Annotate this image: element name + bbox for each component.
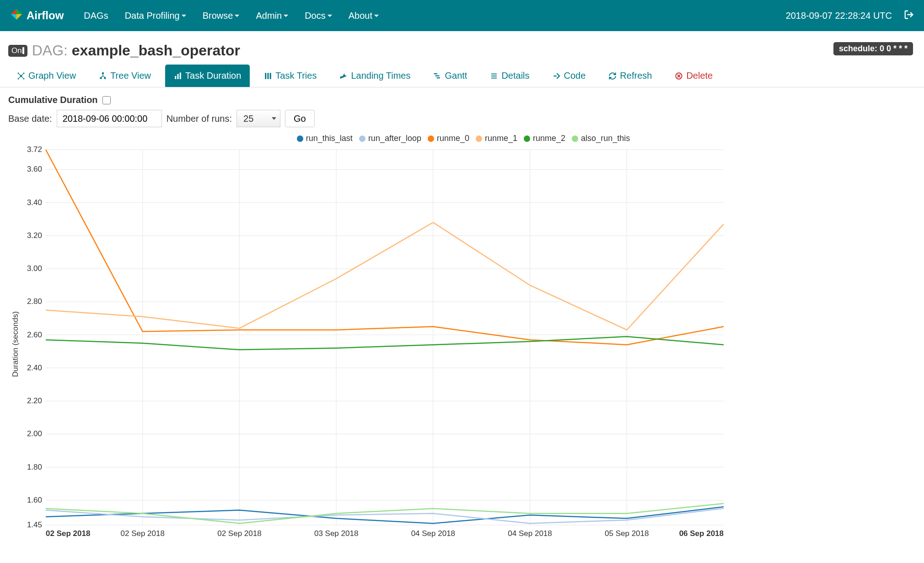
- svg-rect-18: [270, 73, 271, 79]
- tab-task-duration[interactable]: Task Duration: [165, 65, 250, 87]
- nav-browse[interactable]: Browse: [194, 11, 248, 21]
- tab-tree-view[interactable]: Tree View: [90, 65, 160, 87]
- tree-view-icon: [99, 72, 107, 80]
- tab-delete[interactable]: Delete: [666, 65, 721, 87]
- num-runs-label: Number of runs:: [167, 114, 232, 124]
- tab-task-tries[interactable]: Task Tries: [255, 65, 325, 87]
- tab-label: Task Duration: [185, 70, 241, 81]
- legend-dot-icon: [297, 135, 303, 142]
- svg-text:03 Sep 2018: 03 Sep 2018: [314, 529, 358, 538]
- num-runs-select[interactable]: 25: [236, 110, 280, 127]
- num-runs-value: 25: [243, 114, 253, 124]
- go-button[interactable]: Go: [285, 110, 315, 127]
- chart-box: Duration (seconds) 1.451.601.802.002.202…: [13, 145, 914, 543]
- nav-docs[interactable]: Docs: [296, 11, 340, 21]
- legend-item-runme_1[interactable]: runme_1: [476, 134, 517, 143]
- task-duration-chart[interactable]: 1.451.601.802.002.202.402.602.803.003.20…: [13, 145, 742, 543]
- logout-icon[interactable]: [904, 10, 914, 22]
- legend-dot-icon: [476, 135, 482, 142]
- y-axis-title: Duration (seconds): [11, 311, 20, 377]
- legend-item-run_after_loop[interactable]: run_after_loop: [359, 134, 421, 143]
- legend-dot-icon: [572, 135, 578, 142]
- svg-text:3.40: 3.40: [27, 198, 42, 207]
- navbar-right: 2018-09-07 22:28:24 UTC: [786, 10, 914, 22]
- chevron-down-icon: [272, 117, 276, 120]
- tab-refresh[interactable]: Refresh: [600, 65, 661, 87]
- chart-area: run_this_lastrun_after_looprunme_0runme_…: [0, 131, 924, 548]
- svg-rect-17: [268, 73, 269, 79]
- dag-name: example_bash_operator: [72, 42, 240, 59]
- page-header: On DAG: example_bash_operator schedule: …: [0, 31, 924, 65]
- svg-rect-20: [435, 75, 440, 76]
- legend-label: runme_1: [485, 134, 517, 143]
- svg-text:1.60: 1.60: [27, 496, 42, 504]
- svg-rect-15: [180, 72, 181, 79]
- toggle-label: On: [11, 46, 22, 55]
- svg-text:04 Sep 2018: 04 Sep 2018: [411, 529, 455, 538]
- nav-admin[interactable]: Admin: [247, 11, 296, 21]
- brand[interactable]: Airflow: [10, 8, 64, 23]
- nav-dags[interactable]: DAGs: [75, 11, 116, 21]
- svg-rect-21: [437, 77, 441, 78]
- tab-label: Details: [501, 70, 529, 81]
- tab-label: Refresh: [620, 70, 652, 81]
- delete-icon: [675, 72, 683, 80]
- nav-data-profiling[interactable]: Data Profiling: [117, 11, 194, 21]
- base-date-input[interactable]: [57, 110, 162, 127]
- dag-title: DAG: example_bash_operator: [32, 42, 240, 59]
- legend-dot-icon: [524, 135, 530, 142]
- svg-rect-14: [177, 74, 179, 79]
- svg-rect-19: [434, 73, 438, 74]
- dag-on-toggle[interactable]: On: [8, 45, 27, 57]
- airflow-logo-icon: [10, 8, 23, 23]
- details-icon: [490, 72, 498, 80]
- nav-about[interactable]: About: [340, 11, 387, 21]
- task-duration-icon: [174, 72, 182, 80]
- svg-text:1.80: 1.80: [27, 463, 42, 471]
- tab-label: Delete: [686, 70, 713, 81]
- tab-gantt[interactable]: Gantt: [424, 65, 476, 87]
- tab-label: Gantt: [445, 70, 467, 81]
- svg-text:02 Sep 2018: 02 Sep 2018: [46, 529, 90, 538]
- svg-text:02 Sep 2018: 02 Sep 2018: [217, 529, 261, 538]
- legend-item-runme_0[interactable]: runme_0: [428, 134, 469, 143]
- tab-label: Graph View: [28, 70, 76, 81]
- chevron-down-icon: [328, 15, 332, 17]
- legend-label: also_run_this: [581, 134, 630, 143]
- svg-line-6: [19, 74, 21, 75]
- tab-landing-times[interactable]: Landing Times: [331, 65, 419, 87]
- toggle-knob-icon: [22, 47, 24, 54]
- cumulative-label: Cumulative Duration: [8, 95, 98, 105]
- cumulative-checkbox[interactable]: [102, 96, 111, 104]
- tab-graph-view[interactable]: Graph View: [8, 65, 85, 87]
- tab-code[interactable]: Code: [544, 65, 595, 87]
- legend-label: run_after_loop: [368, 134, 421, 143]
- legend-item-also_run_this[interactable]: also_run_this: [572, 134, 630, 143]
- clock: 2018-09-07 22:28:24 UTC: [786, 11, 892, 21]
- legend-item-run_this_last[interactable]: run_this_last: [297, 134, 353, 143]
- svg-line-8: [19, 76, 21, 78]
- controls: Cumulative Duration Base date: Number of…: [0, 87, 924, 131]
- code-icon: [553, 72, 561, 80]
- chart-legend: run_this_lastrun_after_looprunme_0runme_…: [13, 134, 914, 143]
- svg-point-10: [102, 72, 104, 74]
- graph-view-icon: [17, 72, 25, 80]
- base-date-label: Base date:: [8, 114, 52, 124]
- svg-text:3.00: 3.00: [27, 264, 42, 273]
- top-navbar: Airflow DAGsData ProfilingBrowseAdminDoc…: [0, 0, 924, 31]
- svg-line-9: [22, 76, 23, 78]
- landing-times-icon: [339, 72, 348, 80]
- svg-text:02 Sep 2018: 02 Sep 2018: [121, 529, 165, 538]
- legend-item-runme_2[interactable]: runme_2: [524, 134, 565, 143]
- svg-text:2.80: 2.80: [27, 297, 42, 306]
- svg-text:2.20: 2.20: [27, 396, 42, 405]
- schedule-badge[interactable]: schedule: 0 0 * * *: [833, 42, 913, 55]
- gantt-icon: [433, 72, 441, 80]
- svg-text:06 Sep 2018: 06 Sep 2018: [679, 529, 724, 538]
- svg-text:3.20: 3.20: [27, 231, 42, 240]
- svg-point-3: [23, 72, 25, 74]
- tab-label: Task Tries: [275, 70, 317, 81]
- tab-label: Tree View: [110, 70, 151, 81]
- svg-text:04 Sep 2018: 04 Sep 2018: [508, 529, 552, 538]
- tab-details[interactable]: Details: [481, 65, 538, 87]
